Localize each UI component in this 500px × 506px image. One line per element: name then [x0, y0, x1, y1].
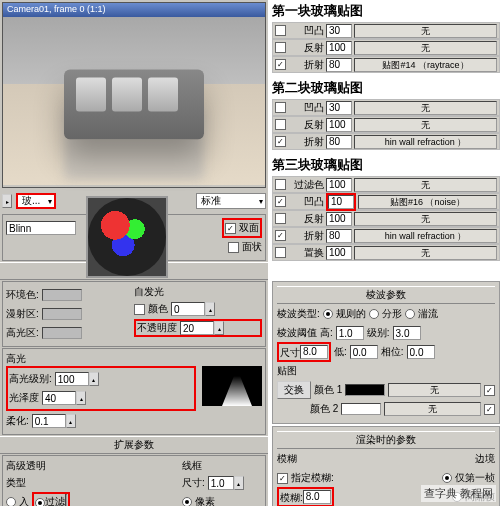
- soften-input[interactable]: [32, 414, 66, 428]
- refr-checkbox[interactable]: ✓: [275, 59, 286, 70]
- spinner-icon[interactable]: ▴: [205, 302, 215, 316]
- render-preview: [3, 17, 265, 185]
- cushion: [76, 78, 106, 112]
- glass2-section: 第二块玻璃贴图 凹凸无 反射无 ✓折射hin wall refraction ）: [272, 77, 500, 150]
- specular-label: 高光区:: [6, 326, 39, 340]
- specular-panel: 高光 高光级别:▴ 光泽度▴ 柔化:▴: [2, 348, 266, 435]
- shader-name-input[interactable]: [6, 221, 76, 235]
- size-highlight: 尺寸: [277, 342, 331, 363]
- two-sided-highlight: ✓ 双面: [222, 218, 262, 238]
- self-color-input[interactable]: [171, 302, 205, 316]
- viewport: Camera01, frame 0 (1:1): [2, 2, 266, 188]
- sofa-render: [64, 70, 204, 140]
- right-panel: 第一块玻璃贴图 凹凸无 反射无 ✓折射贴图#14 （raytrace） 第二块玻…: [272, 0, 500, 506]
- pixel-radio[interactable]: [182, 497, 192, 506]
- glass2-title: 第二块玻璃贴图: [272, 77, 500, 99]
- bump-checkbox[interactable]: [275, 25, 286, 36]
- diffuse-label: 漫射区:: [6, 307, 39, 321]
- spec-level-input[interactable]: [55, 372, 89, 386]
- glass1-section: 第一块玻璃贴图 凹凸无 反射无 ✓折射贴图#14 （raytrace）: [272, 0, 500, 73]
- bump-amount-input[interactable]: [328, 195, 354, 209]
- spinner-icon[interactable]: ▴: [66, 414, 76, 428]
- face-map-label: 面状: [242, 240, 262, 254]
- self-color-checkbox[interactable]: [134, 304, 145, 315]
- spinner-icon[interactable]: ▴: [89, 372, 99, 386]
- blur-highlight: 模糊:: [277, 487, 334, 506]
- glass3-title: 第三块玻璃贴图: [272, 154, 500, 176]
- falloff-in-radio[interactable]: [6, 497, 16, 506]
- extended-panel: 高级透明 类型 入 过滤 出附加 数量▴ 折射率:▴ 线框 尺寸:▴ 像素 单位: [2, 455, 266, 506]
- blur-input[interactable]: [303, 490, 331, 504]
- raytrace-map-slot[interactable]: 贴图#14 （raytrace）: [354, 58, 497, 72]
- glossiness-input[interactable]: [42, 391, 76, 405]
- specular-curve: [202, 366, 262, 406]
- face-map-checkbox[interactable]: [228, 242, 239, 253]
- opacity-input[interactable]: [180, 321, 214, 335]
- thinwall-map-slot[interactable]: hin wall refraction ）: [354, 135, 497, 149]
- ext-header: 扩展参数: [0, 436, 268, 454]
- color2-swatch[interactable]: [341, 403, 381, 415]
- two-sided-checkbox[interactable]: ✓: [225, 223, 236, 234]
- material-type-dropdown[interactable]: 标准: [196, 193, 266, 209]
- self-illum-label: 自发光: [134, 285, 262, 299]
- watermark: 查字典 教程网: [421, 485, 496, 502]
- noise-map-slot[interactable]: 贴图#16 （noise）: [358, 195, 497, 209]
- spinner-icon[interactable]: ▴: [234, 476, 244, 490]
- thinwall-params-box: 棱波参数 棱波类型:规则的分形湍流 棱波阈值高:级别: 尺寸低:相位: 贴图 交…: [272, 281, 500, 424]
- thinwall-map-slot2[interactable]: hin wall refraction ）: [354, 229, 497, 243]
- glass1-title: 第一块玻璃贴图: [272, 0, 500, 22]
- filter-radio[interactable]: [35, 498, 45, 506]
- specular-title: 高光: [6, 352, 262, 366]
- filter-swatch[interactable]: [65, 494, 67, 506]
- spinner-icon[interactable]: ▴: [76, 391, 86, 405]
- swap-button[interactable]: 交换: [277, 381, 311, 399]
- two-sided-label: 双面: [239, 222, 259, 233]
- left-panel: Camera01, frame 0 (1:1) ▸ 玻... 标准 ✓ 双面 面…: [0, 0, 268, 506]
- wire-size-input[interactable]: [208, 476, 234, 490]
- ambient-label: 环境色:: [6, 288, 39, 302]
- specular-highlight: 高光级别:▴ 光泽度▴: [6, 366, 196, 411]
- cushion: [148, 78, 178, 112]
- shader-dropdown[interactable]: 玻...: [16, 193, 56, 209]
- refl-checkbox[interactable]: [275, 42, 286, 53]
- glass3-section: 第三块玻璃贴图 过滤色无 ✓凹凸贴图#16 （noise） 反射无 ✓折射hin…: [272, 154, 500, 261]
- specular-swatch[interactable]: [42, 327, 82, 339]
- viewport-title: Camera01, frame 0 (1:1): [3, 3, 265, 17]
- filter-highlight: 过滤: [32, 492, 70, 506]
- material-sphere-preview: [86, 196, 168, 278]
- basic-params-panel: 环境色: 漫射区: 高光区: 自发光 颜色▴ 不透明度▴: [2, 281, 266, 347]
- ambient-swatch[interactable]: [42, 289, 82, 301]
- regular-radio[interactable]: [323, 309, 333, 319]
- noise-size-input[interactable]: [300, 345, 328, 359]
- cushion: [112, 78, 142, 112]
- nav-icon[interactable]: ▸: [2, 194, 12, 208]
- color1-swatch[interactable]: [345, 384, 385, 396]
- diffuse-swatch[interactable]: [42, 308, 82, 320]
- opacity-highlight: 不透明度▴: [134, 319, 262, 337]
- spinner-icon[interactable]: ▴: [214, 321, 224, 335]
